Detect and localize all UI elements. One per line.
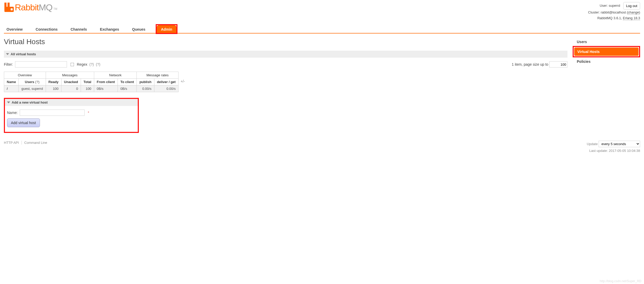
vhosts-table: Overview Messages Network Message rates … — [4, 72, 179, 92]
columns-toggle[interactable]: +/- — [181, 79, 185, 83]
item-count-text: 1 item, page size up to — [512, 62, 548, 66]
logo: RabbitMQ TM — [4, 2, 57, 12]
user-label: User: — [600, 4, 608, 8]
add-vhost-button[interactable]: Add virtual host — [7, 118, 40, 127]
regex-checkbox[interactable] — [71, 63, 74, 66]
cell-ready: 100 — [46, 85, 61, 92]
section-all-vhosts-label: All virtual hosts — [11, 52, 36, 56]
regex-help-2[interactable]: (?) — [96, 62, 100, 66]
admin-highlight: Admin — [156, 24, 177, 34]
change-cluster-link[interactable]: change — [628, 10, 639, 15]
tab-admin[interactable]: Admin — [157, 25, 176, 33]
cluster-label: Cluster: — [588, 10, 600, 14]
col-name[interactable]: Name — [4, 79, 19, 85]
version: 3.6.1 — [613, 16, 621, 20]
filter-input[interactable] — [15, 61, 67, 67]
cell-to-client: 0B/s — [118, 85, 136, 92]
regex-label: Regex — [77, 62, 87, 66]
page-size-input[interactable] — [549, 61, 567, 67]
tab-channels[interactable]: Channels — [68, 25, 90, 33]
chevron-down-icon — [7, 102, 10, 103]
admin-sidenav: Users — [573, 38, 640, 46]
sidenav-policies[interactable]: Policies — [573, 57, 640, 66]
cell-total: 100 — [81, 85, 94, 92]
name-label: Name: — [7, 111, 18, 115]
sidenav-virtual-hosts[interactable]: Virtual Hosts — [574, 48, 639, 56]
cell-deliver: 0.00/s — [154, 85, 178, 92]
command-line-link[interactable]: Command Line — [24, 141, 50, 145]
section-add-vhost-label: Add a new virtual host — [12, 100, 48, 104]
tab-overview[interactable]: Overview — [4, 25, 25, 33]
chevron-down-icon — [6, 53, 9, 55]
cell-from-client: 0B/s — [94, 85, 118, 92]
col-to-client[interactable]: To client — [118, 79, 136, 85]
col-group-messages: Messages — [46, 72, 94, 79]
version-prefix: RabbitMQ — [597, 16, 613, 20]
add-vhost-highlight: Add a new virtual host Name: * Add virtu… — [4, 98, 139, 133]
col-users[interactable]: Users (?) — [19, 79, 46, 85]
svg-rect-3 — [11, 8, 13, 10]
update-label: Update — [587, 142, 598, 146]
erlang-link[interactable]: Erlang 18.3 — [623, 16, 640, 20]
required-marker: * — [88, 111, 89, 115]
col-group-overview: Overview — [4, 72, 46, 79]
section-all-vhosts[interactable]: All virtual hosts — [4, 51, 567, 58]
header-status: User: superrd Log out Cluster: rabbit@lo… — [588, 2, 640, 21]
main-tabs: Overview Connections Channels Exchanges … — [4, 24, 640, 33]
col-total[interactable]: Total — [81, 79, 94, 85]
cell-unacked: 0 — [61, 85, 81, 92]
logout-button[interactable]: Log out — [623, 2, 640, 10]
regex-help-1[interactable]: (?) — [89, 62, 94, 66]
col-group-rates: Message rates — [137, 72, 178, 79]
sidenav-highlight: Virtual Hosts — [573, 46, 640, 57]
sidenav-users[interactable]: Users — [573, 38, 640, 46]
page-title: Virtual Hosts — [4, 38, 567, 46]
vhost-name-input[interactable] — [20, 110, 85, 116]
refresh-select[interactable]: every 5 seconds — [599, 141, 640, 147]
tab-connections[interactable]: Connections — [33, 25, 60, 33]
tab-exchanges[interactable]: Exchanges — [97, 25, 122, 33]
col-publish[interactable]: publish — [137, 79, 154, 85]
col-from-client[interactable]: From client — [94, 79, 118, 85]
cell-name[interactable]: / — [4, 85, 19, 92]
tab-queues[interactable]: Queues — [129, 25, 148, 33]
col-unacked[interactable]: Unacked — [61, 79, 81, 85]
cell-publish: 0.00/s — [137, 85, 154, 92]
rabbitmq-icon — [4, 2, 14, 12]
col-deliver[interactable]: deliver / get — [154, 79, 178, 85]
cluster-name: rabbit@localhost — [601, 10, 626, 14]
footer-links: HTTP APICommand Line — [4, 141, 52, 145]
table-row[interactable]: / guest, superrd 100 0 100 0B/s 0B/s 0.0… — [4, 85, 179, 92]
last-update-label: Last update: — [589, 149, 608, 153]
user-name: superrd — [609, 4, 620, 8]
cell-users: guest, superrd — [19, 85, 46, 92]
filter-label: Filter: — [4, 62, 13, 66]
col-group-network: Network — [94, 72, 137, 79]
col-ready[interactable]: Ready — [46, 79, 61, 85]
http-api-link[interactable]: HTTP API — [4, 141, 22, 145]
section-add-vhost[interactable]: Add a new virtual host — [5, 99, 138, 106]
last-update-value: 2017-05-05 10:04:38 — [609, 149, 640, 153]
